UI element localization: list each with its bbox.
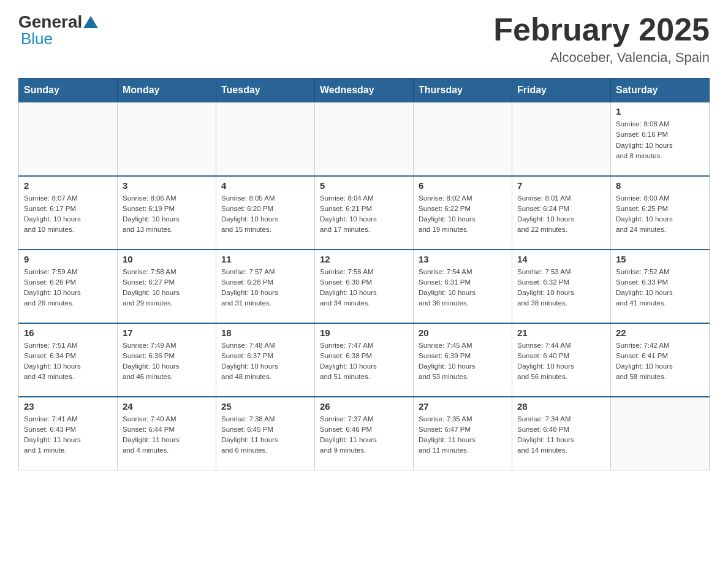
- weekday-header-thursday: Thursday: [414, 79, 512, 102]
- calendar-week-row: 16Sunrise: 7:51 AM Sunset: 6:34 PM Dayli…: [19, 323, 710, 397]
- calendar-day-cell: 14Sunrise: 7:53 AM Sunset: 6:32 PM Dayli…: [512, 250, 611, 323]
- calendar-day-cell: 10Sunrise: 7:58 AM Sunset: 6:27 PM Dayli…: [118, 250, 216, 323]
- calendar-day-cell: 3Sunrise: 8:06 AM Sunset: 6:19 PM Daylig…: [118, 176, 216, 250]
- logo-triangle-icon: [83, 16, 98, 28]
- day-number: 3: [123, 180, 211, 191]
- weekday-header-saturday: Saturday: [611, 79, 710, 102]
- calendar-day-cell: 20Sunrise: 7:45 AM Sunset: 6:39 PM Dayli…: [414, 323, 512, 397]
- calendar-day-cell: 15Sunrise: 7:52 AM Sunset: 6:33 PM Dayli…: [611, 250, 710, 323]
- calendar-week-row: 2Sunrise: 8:07 AM Sunset: 6:17 PM Daylig…: [19, 176, 710, 250]
- day-info: Sunrise: 8:04 AM Sunset: 6:21 PM Dayligh…: [320, 193, 408, 236]
- calendar-day-cell: 21Sunrise: 7:44 AM Sunset: 6:40 PM Dayli…: [512, 323, 611, 397]
- calendar-day-cell: 6Sunrise: 8:02 AM Sunset: 6:22 PM Daylig…: [414, 176, 512, 250]
- title-section: February 2025 Alcoceber, Valencia, Spain: [493, 12, 710, 66]
- location-label: Alcoceber, Valencia, Spain: [493, 50, 710, 66]
- calendar-day-cell: 11Sunrise: 7:57 AM Sunset: 6:28 PM Dayli…: [216, 250, 315, 323]
- day-info: Sunrise: 8:06 AM Sunset: 6:19 PM Dayligh…: [123, 193, 211, 236]
- calendar-day-cell: 13Sunrise: 7:54 AM Sunset: 6:31 PM Dayli…: [414, 250, 512, 323]
- day-number: 15: [616, 254, 704, 264]
- day-number: 27: [419, 401, 507, 412]
- calendar-day-cell: 25Sunrise: 7:38 AM Sunset: 6:45 PM Dayli…: [216, 397, 315, 470]
- calendar-day-cell: 27Sunrise: 7:35 AM Sunset: 6:47 PM Dayli…: [414, 397, 512, 470]
- day-number: 19: [320, 327, 408, 338]
- day-number: 16: [24, 327, 112, 338]
- calendar-day-cell: 7Sunrise: 8:01 AM Sunset: 6:24 PM Daylig…: [512, 176, 611, 250]
- logo-blue-text: Blue: [21, 29, 53, 48]
- calendar-day-cell: [611, 397, 710, 470]
- day-info: Sunrise: 7:40 AM Sunset: 6:44 PM Dayligh…: [123, 414, 211, 456]
- day-info: Sunrise: 7:57 AM Sunset: 6:28 PM Dayligh…: [221, 267, 309, 309]
- day-number: 5: [320, 180, 408, 191]
- day-info: Sunrise: 8:07 AM Sunset: 6:17 PM Dayligh…: [24, 193, 112, 236]
- day-info: Sunrise: 7:52 AM Sunset: 6:33 PM Dayligh…: [616, 267, 704, 309]
- day-number: 2: [24, 180, 112, 191]
- day-number: 25: [221, 401, 309, 412]
- day-info: Sunrise: 8:00 AM Sunset: 6:25 PM Dayligh…: [616, 193, 704, 236]
- page-header: General Blue February 2025 Alcoceber, Va…: [18, 12, 710, 66]
- day-info: Sunrise: 8:02 AM Sunset: 6:22 PM Dayligh…: [419, 193, 507, 236]
- day-info: Sunrise: 8:08 AM Sunset: 6:16 PM Dayligh…: [616, 119, 704, 161]
- calendar-day-cell: 24Sunrise: 7:40 AM Sunset: 6:44 PM Dayli…: [118, 397, 216, 470]
- day-number: 8: [616, 180, 704, 191]
- calendar-table: SundayMondayTuesdayWednesdayThursdayFrid…: [18, 78, 710, 470]
- day-info: Sunrise: 7:42 AM Sunset: 6:41 PM Dayligh…: [616, 340, 704, 383]
- month-title: February 2025: [493, 12, 710, 47]
- weekday-header-wednesday: Wednesday: [315, 79, 414, 102]
- calendar-day-cell: 5Sunrise: 8:04 AM Sunset: 6:21 PM Daylig…: [315, 176, 414, 250]
- day-info: Sunrise: 7:38 AM Sunset: 6:45 PM Dayligh…: [221, 414, 309, 456]
- calendar-week-row: 1Sunrise: 8:08 AM Sunset: 6:16 PM Daylig…: [19, 102, 710, 176]
- day-info: Sunrise: 7:37 AM Sunset: 6:46 PM Dayligh…: [320, 414, 408, 456]
- day-info: Sunrise: 7:59 AM Sunset: 6:26 PM Dayligh…: [24, 267, 112, 309]
- calendar-day-cell: 22Sunrise: 7:42 AM Sunset: 6:41 PM Dayli…: [611, 323, 710, 397]
- calendar-week-row: 23Sunrise: 7:41 AM Sunset: 6:43 PM Dayli…: [19, 397, 710, 470]
- day-number: 12: [320, 254, 408, 264]
- day-number: 26: [320, 401, 408, 412]
- day-number: 14: [517, 254, 605, 264]
- calendar-day-cell: 19Sunrise: 7:47 AM Sunset: 6:38 PM Dayli…: [315, 323, 414, 397]
- calendar-day-cell: 23Sunrise: 7:41 AM Sunset: 6:43 PM Dayli…: [19, 397, 118, 470]
- calendar-day-cell: 1Sunrise: 8:08 AM Sunset: 6:16 PM Daylig…: [611, 102, 710, 176]
- day-info: Sunrise: 7:47 AM Sunset: 6:38 PM Dayligh…: [320, 340, 408, 383]
- weekday-header-tuesday: Tuesday: [216, 79, 315, 102]
- day-info: Sunrise: 8:01 AM Sunset: 6:24 PM Dayligh…: [517, 193, 605, 236]
- calendar-day-cell: 18Sunrise: 7:48 AM Sunset: 6:37 PM Dayli…: [216, 323, 315, 397]
- day-number: 6: [419, 180, 507, 191]
- day-number: 13: [419, 254, 507, 264]
- day-number: 9: [24, 254, 112, 264]
- day-number: 24: [123, 401, 211, 412]
- day-number: 1: [616, 106, 704, 117]
- calendar-day-cell: 4Sunrise: 8:05 AM Sunset: 6:20 PM Daylig…: [216, 176, 315, 250]
- calendar-day-cell: 12Sunrise: 7:56 AM Sunset: 6:30 PM Dayli…: [315, 250, 414, 323]
- calendar-day-cell: [414, 102, 512, 176]
- day-info: Sunrise: 7:54 AM Sunset: 6:31 PM Dayligh…: [419, 267, 507, 309]
- calendar-day-cell: 26Sunrise: 7:37 AM Sunset: 6:46 PM Dayli…: [315, 397, 414, 470]
- day-number: 21: [517, 327, 605, 338]
- day-info: Sunrise: 7:56 AM Sunset: 6:30 PM Dayligh…: [320, 267, 408, 309]
- day-number: 7: [517, 180, 605, 191]
- weekday-header-monday: Monday: [118, 79, 216, 102]
- calendar-day-cell: [118, 102, 216, 176]
- day-info: Sunrise: 7:44 AM Sunset: 6:40 PM Dayligh…: [517, 340, 605, 383]
- calendar-day-cell: [512, 102, 611, 176]
- calendar-day-cell: 8Sunrise: 8:00 AM Sunset: 6:25 PM Daylig…: [611, 176, 710, 250]
- calendar-day-cell: [216, 102, 315, 176]
- day-number: 22: [616, 327, 704, 338]
- calendar-day-cell: 28Sunrise: 7:34 AM Sunset: 6:48 PM Dayli…: [512, 397, 611, 470]
- day-number: 20: [419, 327, 507, 338]
- day-info: Sunrise: 7:41 AM Sunset: 6:43 PM Dayligh…: [24, 414, 112, 456]
- day-number: 17: [123, 327, 211, 338]
- calendar-day-cell: 16Sunrise: 7:51 AM Sunset: 6:34 PM Dayli…: [19, 323, 118, 397]
- day-number: 4: [221, 180, 309, 191]
- day-info: Sunrise: 7:48 AM Sunset: 6:37 PM Dayligh…: [221, 340, 309, 383]
- calendar-day-cell: 17Sunrise: 7:49 AM Sunset: 6:36 PM Dayli…: [118, 323, 216, 397]
- day-info: Sunrise: 8:05 AM Sunset: 6:20 PM Dayligh…: [221, 193, 309, 236]
- day-number: 10: [123, 254, 211, 264]
- day-info: Sunrise: 7:58 AM Sunset: 6:27 PM Dayligh…: [123, 267, 211, 309]
- day-info: Sunrise: 7:51 AM Sunset: 6:34 PM Dayligh…: [24, 340, 112, 383]
- weekday-header-sunday: Sunday: [19, 79, 118, 102]
- day-info: Sunrise: 7:53 AM Sunset: 6:32 PM Dayligh…: [517, 267, 605, 309]
- calendar-day-cell: [19, 102, 118, 176]
- weekday-header-friday: Friday: [512, 79, 611, 102]
- day-info: Sunrise: 7:34 AM Sunset: 6:48 PM Dayligh…: [517, 414, 605, 456]
- calendar-header-row: SundayMondayTuesdayWednesdayThursdayFrid…: [19, 79, 710, 102]
